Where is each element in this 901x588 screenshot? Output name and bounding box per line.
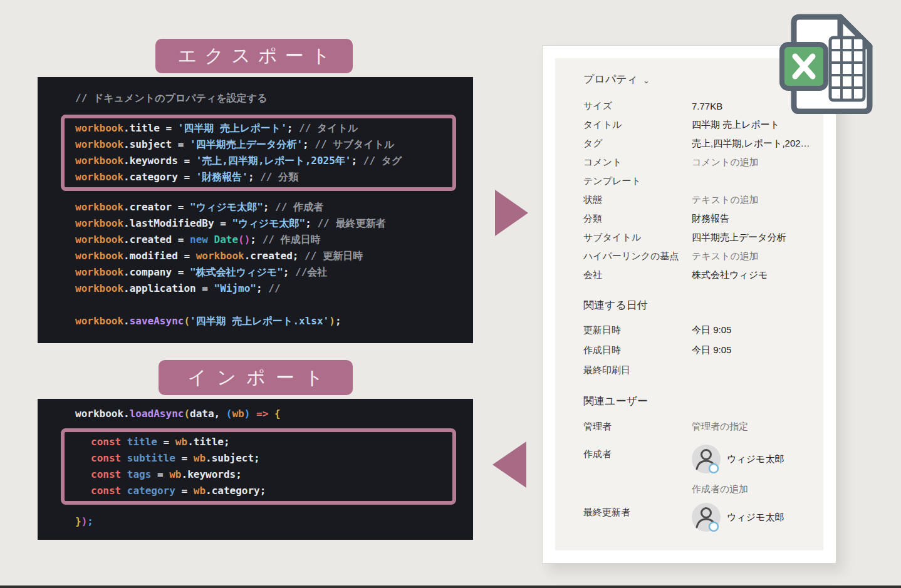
author-label: 作成者 — [583, 445, 692, 473]
export-code-highlighted: workbook.title = '四半期 売上レポート'; // タイトルwo… — [75, 120, 452, 185]
author-name: ウィジモ太郎 — [727, 453, 784, 465]
property-value[interactable]: 四半期 売上レポート — [692, 119, 779, 131]
excel-x-badge-icon — [782, 44, 826, 88]
code-line: // ドキュメントのプロパティを設定する — [75, 90, 473, 106]
property-value[interactable]: 7.77KB — [692, 101, 722, 111]
property-value[interactable]: 財務報告 — [692, 213, 729, 225]
property-row: 状態テキストの追加 — [583, 190, 823, 209]
property-value[interactable]: 今日 9:05 — [692, 344, 731, 356]
properties-title: プロパティ — [583, 72, 638, 86]
properties-panel: プロパティ ⌄ サイズ7.77KBタイトル四半期 売上レポートタグ売上,四半期,… — [542, 45, 836, 564]
properties-panel-content: プロパティ ⌄ サイズ7.77KBタイトル四半期 売上レポートタグ売上,四半期,… — [555, 58, 823, 550]
add-author-action[interactable]: 作成者の追加 — [692, 483, 823, 495]
property-label: 状態 — [583, 194, 692, 206]
property-label: テンプレート — [583, 175, 692, 187]
property-row: 分類財務報告 — [583, 209, 823, 228]
admin-assign-action[interactable]: 管理者の指定 — [692, 421, 748, 433]
properties-rows: サイズ7.77KBタイトル四半期 売上レポートタグ売上,四半期,レポート,202… — [583, 96, 823, 284]
property-value[interactable]: 売上,四半期,レポート,202… — [692, 138, 810, 150]
property-row: タイトル四半期 売上レポート — [583, 115, 823, 134]
property-label: 最終印刷日 — [583, 364, 692, 376]
property-row: タグ売上,四半期,レポート,202… — [583, 134, 823, 153]
excel-file-icon — [779, 9, 873, 114]
property-row: 更新日時今日 9:05 — [583, 320, 823, 340]
export-code-pre: // ドキュメントのプロパティを設定する — [38, 90, 473, 106]
code-line: workbook.lastModifiedBy = "ウィジモ太郎"; // 最… — [75, 215, 473, 232]
code-line: const tags = wb.keywords; — [91, 467, 452, 483]
property-value[interactable]: テキストの追加 — [692, 194, 759, 206]
last-modifier-row: 最終更新者 ウィジモ太郎 — [583, 503, 823, 532]
author-persona[interactable]: ウィジモ太郎 — [692, 445, 784, 473]
code-line: workbook.company = "株式会社ウィジモ"; //会社 — [75, 264, 473, 281]
property-value[interactable]: 今日 9:05 — [692, 324, 731, 336]
code-line: workbook.category = '財務報告'; // 分類 — [75, 169, 452, 185]
export-section-badge: エクスポート — [155, 39, 353, 73]
property-label: 作成日時 — [583, 344, 692, 356]
export-arrow-icon — [495, 190, 528, 236]
code-line: const subtitle = wb.subject; — [91, 450, 452, 467]
property-row: 最終印刷日 — [583, 360, 823, 380]
import-code-post: }); — [38, 513, 473, 530]
property-label: タグ — [583, 138, 692, 150]
property-row: ハイパーリンクの基点テキストの追加 — [583, 247, 823, 266]
infographic-canvas: エクスポート // ドキュメントのプロパティを設定する workbook.tit… — [0, 0, 901, 588]
code-line: workbook.application = "Wijmo"; // — [75, 281, 473, 297]
code-line: workbook.created = new Date(); // 作成日時 — [75, 232, 473, 248]
last-modifier-avatar — [692, 503, 721, 532]
import-code-highlighted: const title = wb.title;const subtitle = … — [91, 434, 452, 499]
chevron-down-icon: ⌄ — [643, 74, 650, 85]
code-line: workbook.modified = workbook.created; //… — [75, 248, 473, 264]
code-line: workbook.saveAsync('四半期 売上レポート.xlsx'); — [75, 313, 473, 329]
author-avatar — [692, 445, 721, 473]
related-dates-title: 関連する日付 — [583, 298, 823, 312]
code-line: workbook.title = '四半期 売上レポート'; // タイトル — [75, 120, 452, 137]
property-row: コメントコメントの追加 — [583, 153, 823, 172]
property-label: 分類 — [583, 213, 692, 225]
property-row: テンプレート — [583, 172, 823, 190]
code-line: workbook.creator = "ウィジモ太郎"; // 作成者 — [75, 199, 473, 215]
export-highlight-box: workbook.title = '四半期 売上レポート'; // タイトルwo… — [61, 115, 456, 191]
property-label: 更新日時 — [583, 324, 692, 336]
property-row: 作成日時今日 9:05 — [583, 340, 823, 360]
code-line: }); — [75, 513, 473, 530]
code-line: workbook.keywords = '売上,四半期,レポート,2025年';… — [75, 153, 452, 169]
last-modifier-label: 最終更新者 — [583, 503, 692, 532]
author-row: 作成者 ウィジモ太郎 — [583, 445, 823, 473]
admin-row: 管理者 管理者の指定 — [583, 416, 823, 437]
admin-label: 管理者 — [583, 421, 692, 433]
last-modifier-persona[interactable]: ウィジモ太郎 — [692, 503, 784, 532]
property-row: サブタイトル四半期売上データ分析 — [583, 228, 823, 247]
spreadsheet-grid-icon — [830, 38, 864, 100]
code-line: workbook.loadAsync(data, (wb) => { — [75, 406, 473, 422]
property-label: コメント — [583, 157, 692, 168]
import-code-block: workbook.loadAsync(data, (wb) => { const… — [38, 399, 473, 540]
code-line: const category = wb.category; — [91, 483, 452, 499]
property-label: ハイパーリンクの基点 — [583, 250, 692, 262]
property-value[interactable]: 四半期売上データ分析 — [692, 232, 786, 244]
export-code-block: // ドキュメントのプロパティを設定する workbook.title = '四… — [38, 77, 473, 343]
import-section-badge: インポート — [159, 360, 353, 395]
code-line: const title = wb.title; — [91, 434, 452, 450]
last-modifier-name: ウィジモ太郎 — [727, 512, 784, 524]
property-value[interactable]: コメントの追加 — [692, 157, 759, 168]
code-line: workbook.subject = '四半期売上データ分析'; // サブタイ… — [75, 137, 452, 153]
import-highlight-box: const title = wb.title;const subtitle = … — [61, 428, 456, 505]
property-row: 会社株式会社ウィジモ — [583, 266, 823, 284]
property-label: 会社 — [583, 269, 692, 281]
property-label: サイズ — [583, 100, 692, 112]
bottom-edge-line — [0, 585, 901, 588]
property-label: タイトル — [583, 119, 692, 131]
property-value[interactable]: テキストの追加 — [692, 250, 759, 262]
related-users-title: 関連ユーザー — [583, 394, 823, 408]
related-dates-rows: 更新日時今日 9:05作成日時今日 9:05最終印刷日 — [583, 320, 823, 380]
property-label: サブタイトル — [583, 232, 692, 244]
code-line — [75, 297, 473, 313]
import-code-pre: workbook.loadAsync(data, (wb) => { — [38, 406, 473, 422]
import-arrow-icon — [492, 441, 526, 488]
property-value[interactable]: 株式会社ウィジモ — [692, 269, 768, 281]
export-code-post: workbook.creator = "ウィジモ太郎"; // 作成者workb… — [38, 199, 473, 329]
